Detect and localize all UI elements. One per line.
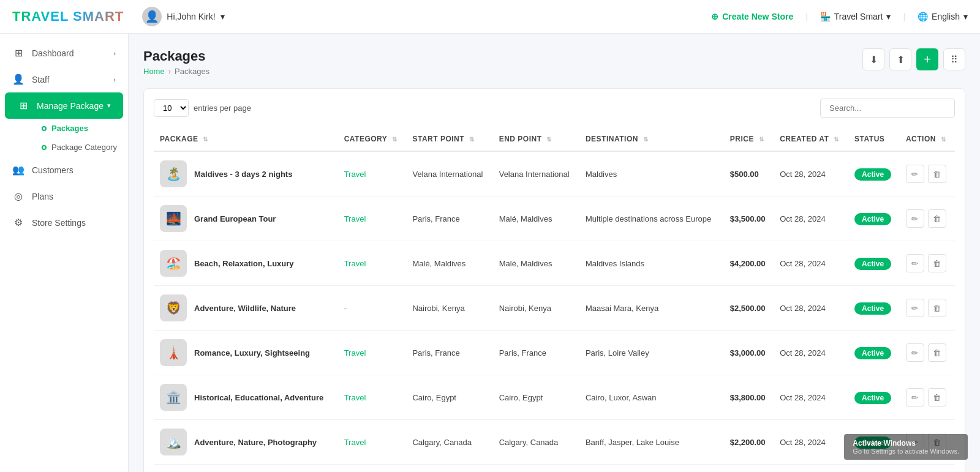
- dashboard-chevron: ›: [113, 50, 116, 57]
- page-header: Packages Home › Packages ⬇ ⬆ + ⠿: [143, 48, 965, 76]
- table-row: 🗼 Romance, Luxury, Sightseeing Travel Pa…: [154, 331, 955, 375]
- delete-button-1[interactable]: 🗑: [928, 209, 946, 228]
- sidebar-sub-item-package-category[interactable]: Package Category: [32, 138, 128, 157]
- cell-action-7: ✏ 🗑: [900, 465, 955, 473]
- status-badge-5: Active: [854, 392, 891, 404]
- package-image-1: 🌉: [160, 205, 187, 232]
- price-value-1: $3,500.00: [730, 214, 766, 223]
- cell-package-5: 🏛️ Historical, Educational, Adventure: [154, 375, 338, 420]
- edit-button-1[interactable]: ✏: [906, 209, 924, 228]
- cell-action-5: ✏ 🗑: [900, 375, 955, 420]
- cell-end-point-6: Calgary, Canada: [493, 420, 579, 465]
- user-dropdown-icon[interactable]: ▾: [221, 12, 225, 21]
- category-value-2: Travel: [344, 259, 366, 268]
- cell-status-4: Active: [848, 331, 900, 375]
- cell-start-point-3: Nairobi, Kenya: [406, 286, 492, 331]
- grid-icon: ⠿: [951, 54, 958, 66]
- delete-button-2[interactable]: 🗑: [928, 254, 946, 272]
- sidebar-label-staff: Staff: [32, 75, 50, 84]
- package-image-0: 🏝️: [160, 160, 187, 187]
- upload-button[interactable]: ⬆: [889, 48, 911, 70]
- sidebar-item-store-settings[interactable]: ⚙ Store Settings: [0, 209, 128, 236]
- cell-action-1: ✏ 🗑: [900, 197, 955, 241]
- staff-icon: 👤: [12, 73, 24, 85]
- travel-smart-nav-button[interactable]: 🏪 Travel Smart ▾: [820, 12, 891, 21]
- category-value-5: Travel: [344, 393, 366, 402]
- sidebar-item-dashboard[interactable]: ⊞ Dashboard ›: [0, 40, 128, 66]
- cell-start-point-2: Malé, Maldives: [406, 241, 492, 286]
- cell-price-7: $4,500.00: [724, 465, 774, 473]
- sidebar-sub-label-packages: Packages: [51, 124, 88, 133]
- cell-destination-6: Banff, Jasper, Lake Louise: [579, 420, 724, 465]
- cell-category-4: Travel: [338, 331, 407, 375]
- cell-end-point-7: Darwin, Australia: [493, 465, 579, 473]
- category-value-1: Travel: [344, 214, 366, 223]
- sidebar-item-customers[interactable]: 👥 Customers: [0, 157, 128, 183]
- cell-package-7: 🦘 Adventure, Nature, Wildlife: [154, 465, 338, 473]
- sidebar-item-manage-package[interactable]: ⊞ Manage Package ▾: [5, 92, 123, 119]
- edit-button-5[interactable]: ✏: [906, 388, 924, 406]
- delete-button-3[interactable]: 🗑: [928, 299, 946, 317]
- sidebar-item-plans[interactable]: ◎ Plans: [0, 183, 128, 209]
- delete-button-4[interactable]: 🗑: [928, 343, 946, 362]
- package-image-2: 🏖️: [160, 250, 187, 277]
- cell-destination-5: Cairo, Luxor, Aswan: [579, 375, 724, 420]
- add-package-button[interactable]: +: [916, 48, 938, 70]
- sidebar-label-customers: Customers: [32, 165, 74, 175]
- status-badge-2: Active: [854, 258, 891, 270]
- cell-status-2: Active: [848, 241, 900, 286]
- cell-price-5: $3,800.00: [724, 375, 774, 420]
- sidebar-item-staff[interactable]: 👤 Staff ›: [0, 66, 128, 92]
- entries-per-page-select[interactable]: 10 25 50: [154, 99, 189, 117]
- sidebar-label-plans: Plans: [32, 192, 53, 201]
- cell-package-1: 🌉 Grand European Tour: [154, 197, 338, 241]
- cell-created-at-1: Oct 28, 2024: [774, 197, 848, 241]
- cell-category-2: Travel: [338, 241, 407, 286]
- staff-chevron: ›: [113, 76, 116, 83]
- page-title-section: Packages Home › Packages: [143, 48, 209, 76]
- price-value-5: $3,800.00: [730, 393, 766, 402]
- cell-category-1: Travel: [338, 197, 407, 241]
- search-input[interactable]: [820, 99, 955, 118]
- cell-end-point-4: Paris, France: [493, 331, 579, 375]
- delete-button-6[interactable]: 🗑: [928, 433, 946, 451]
- download-button[interactable]: ⬇: [862, 48, 884, 70]
- table-body: 🏝️ Maldives - 3 days 2 nights Travel Vel…: [154, 151, 955, 472]
- edit-button-3[interactable]: ✏: [906, 299, 924, 317]
- entries-section: 10 25 50 entries per page: [154, 99, 251, 117]
- entries-label: entries per page: [194, 103, 251, 113]
- manage-package-icon: ⊞: [17, 100, 29, 111]
- cell-end-point-1: Malé, Maldives: [493, 197, 579, 241]
- cell-category-0: Travel: [338, 151, 407, 197]
- sidebar-label-manage-package: Manage Package: [37, 101, 104, 111]
- table-header: PACKAGE ⇅ CATEGORY ⇅ START POINT ⇅ END P…: [154, 127, 955, 151]
- cell-category-7: Travel: [338, 465, 407, 473]
- sidebar-sub-item-packages[interactable]: Packages: [32, 119, 128, 138]
- store-icon: 🏪: [820, 12, 831, 21]
- package-name-4: Romance, Luxury, Sightseeing: [194, 348, 310, 358]
- package-image-3: 🦁: [160, 294, 187, 321]
- col-header-status: STATUS: [848, 127, 900, 151]
- edit-button-6[interactable]: ✏: [906, 433, 924, 451]
- edit-button-4[interactable]: ✏: [906, 343, 924, 362]
- table-container: 10 25 50 entries per page PACKAGE ⇅ CATE…: [143, 88, 965, 472]
- language-button[interactable]: 🌐 English ▾: [918, 12, 968, 21]
- breadcrumb: Home › Packages: [143, 67, 209, 76]
- delete-button-0[interactable]: 🗑: [928, 165, 946, 183]
- table-row: 🏝️ Maldives - 3 days 2 nights Travel Vel…: [154, 151, 955, 197]
- cell-start-point-7: Darwin, Australia: [406, 465, 492, 473]
- price-value-6: $2,200.00: [730, 438, 766, 447]
- download-icon: ⬇: [870, 54, 878, 66]
- cell-action-2: ✏ 🗑: [900, 241, 955, 286]
- cell-created-at-7: Oct 28, 2024: [774, 465, 848, 473]
- category-value-6: Travel: [344, 438, 366, 447]
- grid-view-button[interactable]: ⠿: [943, 48, 965, 70]
- edit-button-2[interactable]: ✏: [906, 254, 924, 272]
- cell-package-4: 🗼 Romance, Luxury, Sightseeing: [154, 331, 338, 375]
- create-store-button[interactable]: ⊕ Create New Store: [711, 12, 793, 21]
- user-section[interactable]: 👤 Hi,John Kirk! ▾: [142, 7, 224, 26]
- avatar: 👤: [142, 7, 162, 26]
- edit-button-0[interactable]: ✏: [906, 165, 924, 183]
- breadcrumb-home[interactable]: Home: [143, 67, 165, 76]
- delete-button-5[interactable]: 🗑: [928, 388, 946, 406]
